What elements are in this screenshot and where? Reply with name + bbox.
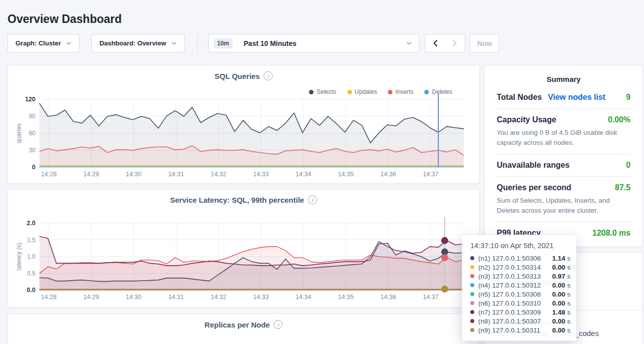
y-axis-title: latency (s) [15, 232, 22, 282]
dashboard-dropdown-label: Dashboard: Overview [99, 39, 166, 47]
legend-item-inserts[interactable]: Inserts [388, 88, 413, 95]
y-axis-tick: 1.5 [10, 237, 35, 244]
node-color-dot [470, 265, 474, 269]
x-axis-tick: 14:37 [416, 294, 446, 301]
chart-legend: SelectsUpdatesInsertsDeletes [309, 88, 452, 95]
x-axis-tick: 14:37 [416, 171, 446, 178]
x-axis-tick: 14:32 [204, 294, 234, 301]
summary-row-unavailable-ranges: Unavailable ranges 0 [497, 154, 631, 177]
summary-row-qps: Queries per second 87.5 Sum of Selects, … [497, 177, 631, 222]
y-axis-tick: 0 [10, 164, 35, 171]
chart-title: SQL Queries [215, 72, 260, 80]
y-axis-tick: 1.0 [10, 253, 35, 260]
latency-unit: s [565, 282, 571, 289]
view-nodes-list-link[interactable]: View nodes list [548, 93, 605, 102]
service-latency-panel: 0.00.51.01.52.014:2814:2914:3014:3114:32… [7, 189, 480, 308]
page-title: Overview Dashboard [7, 12, 122, 26]
info-icon[interactable]: i [264, 71, 273, 80]
info-glyph: i [312, 197, 314, 203]
time-range-label: Past 10 Minutes [244, 39, 297, 47]
node-latency-value: 1.14 [552, 255, 565, 262]
time-prev-button[interactable] [425, 34, 445, 52]
y-axis-tick: 30 [10, 147, 35, 154]
tooltip-timestamp: 14:37:10 on Apr 5th, 2021 [470, 242, 568, 250]
legend-dot [347, 90, 352, 94]
node-color-dot [470, 310, 474, 314]
info-icon[interactable]: i [274, 320, 283, 329]
capacity-usage-desc: You are using 0 B of 4.5 GiB usable disk… [497, 128, 631, 147]
tooltip-row: (n3) 127.0.0.1:503130.97 s [470, 272, 568, 281]
qps-label: Queries per second [497, 183, 571, 192]
time-range-badge: 10m [214, 38, 233, 48]
x-axis-tick: 14:30 [119, 294, 149, 301]
y-axis-title: queries [15, 108, 22, 158]
y-axis-tick: 120 [10, 96, 35, 103]
latency-unit: s [565, 291, 571, 298]
chevron-left-icon [433, 39, 438, 47]
service-latency-chart[interactable]: 0.00.51.01.52.014:2814:2914:3014:3114:32… [8, 189, 479, 307]
node-color-dot [470, 328, 474, 332]
total-nodes-label: Total Nodes [497, 93, 542, 102]
x-axis-tick: 14:32 [204, 171, 234, 178]
node-label: (n3) 127.0.0.1:50313 [478, 273, 552, 280]
capacity-usage-label: Capacity Usage [497, 115, 556, 124]
x-axis-tick: 14:36 [373, 294, 403, 301]
unavailable-ranges-value: 0 [626, 161, 631, 170]
tooltip-row: (n1) 127.0.0.1:503061.14 s [470, 254, 568, 263]
x-axis-tick: 14:31 [161, 294, 191, 301]
tooltip-row: (n5) 127.0.0.1:503080.00 s [470, 290, 568, 299]
node-label: (n2) 127.0.0.1:50314 [478, 264, 552, 271]
sql-queries-panel: 030609012014:2814:2914:3014:3114:3214:33… [7, 65, 480, 184]
node-color-dot [470, 256, 474, 260]
node-latency-value: 0.00 [552, 327, 565, 334]
legend-label: Updates [355, 88, 377, 95]
x-axis-tick: 14:28 [34, 171, 64, 178]
now-button[interactable]: Now [470, 34, 499, 52]
x-axis-tick: 14:31 [161, 171, 191, 178]
node-latency-value: 1.48 [552, 309, 565, 316]
dashboard-dropdown[interactable]: Dashboard: Overview [91, 34, 185, 52]
replicas-per-node-panel: Replicas per Node i [7, 314, 480, 344]
node-label: (n5) 127.0.0.1:50308 [478, 291, 552, 298]
latency-unit: s [565, 309, 571, 316]
tooltip-row: (n9) 127.0.0.1:503110.00 s [470, 326, 568, 335]
summary-panel: Summary Total Nodes View nodes list 9 Ca… [484, 65, 643, 247]
tooltip-row: (n6) 127.0.0.1:503100.00 s [470, 299, 568, 308]
node-latency-value: 0.00 [552, 291, 565, 298]
sql-queries-chart[interactable]: 030609012014:2814:2914:3014:3114:3214:33… [8, 65, 479, 183]
node-label: (n8) 127.0.0.1:50307 [478, 318, 552, 325]
qps-desc: Sum of Selects, Updates, Inserts, and De… [497, 196, 631, 215]
tooltip-row: (n2) 127.0.0.1:503140.00 s [470, 263, 568, 272]
latency-unit: s [565, 318, 571, 325]
legend-item-updates[interactable]: Updates [347, 88, 377, 95]
chart-title: Service Latency: SQL, 99th percentile [170, 196, 304, 204]
graph-dropdown[interactable]: Graph: Cluster [7, 34, 79, 52]
x-axis-tick: 14:34 [289, 171, 319, 178]
y-axis-tick: 90 [10, 113, 35, 120]
legend-label: Inserts [395, 88, 413, 95]
legend-item-selects[interactable]: Selects [309, 88, 336, 95]
node-color-dot [470, 292, 474, 296]
legend-item-deletes[interactable]: Deletes [424, 88, 452, 95]
legend-dot [388, 90, 392, 94]
x-axis-tick: 14:35 [331, 294, 361, 301]
node-color-dot [470, 319, 474, 323]
legend-dot [424, 90, 429, 94]
info-icon[interactable]: i [308, 195, 317, 204]
node-label: (n7) 127.0.0.1:50309 [478, 309, 552, 316]
time-next-button[interactable] [445, 34, 465, 52]
time-range-dropdown[interactable]: 10m Past 10 Minutes [208, 34, 419, 52]
tooltip-row: (n4) 127.0.0.1:503120.00 s [470, 281, 568, 290]
node-latency-value: 0.00 [552, 318, 565, 325]
chevron-down-icon [171, 41, 177, 45]
node-label: (n1) 127.0.0.1:50306 [478, 255, 552, 262]
node-latency-value: 0.00 [552, 300, 565, 307]
tooltip-rows: (n1) 127.0.0.1:503061.14 s(n2) 127.0.0.1… [470, 254, 568, 335]
y-axis-tick: 0.5 [10, 270, 35, 277]
node-label: (n4) 127.0.0.1:50312 [478, 282, 552, 289]
chart-tooltip: 14:37:10 on Apr 5th, 2021 (n1) 127.0.0.1… [462, 235, 577, 341]
y-axis-tick: 0.0 [10, 287, 35, 294]
latency-unit: s [565, 327, 571, 334]
node-latency-value: 0.00 [552, 282, 565, 289]
summary-title: Summary [485, 65, 643, 83]
